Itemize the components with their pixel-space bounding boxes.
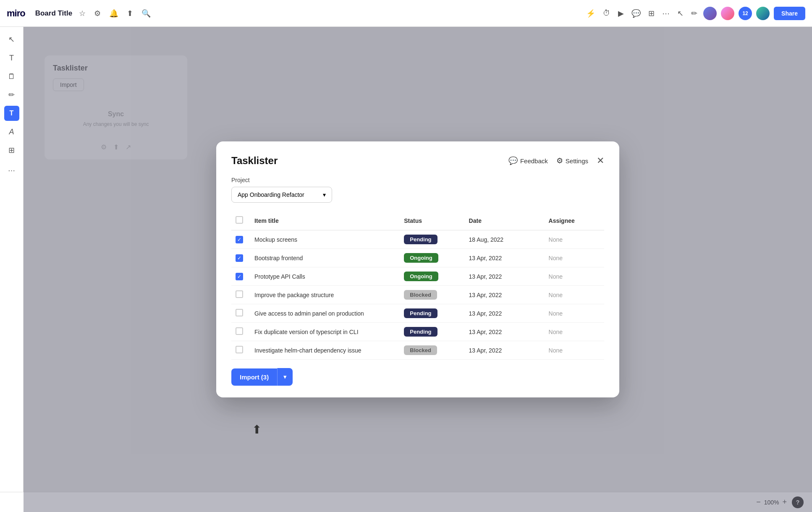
table-row: Prototype API Calls Ongoing 13 Apr, 2022… xyxy=(231,267,604,286)
sidebar-sticky-icon[interactable]: 🗒 xyxy=(4,69,19,84)
task-title-4: Give access to admin panel on production xyxy=(250,304,400,323)
dropdown-chevron-icon: ▾ xyxy=(323,191,326,198)
avatar-1 xyxy=(703,7,717,20)
project-section-label: Project xyxy=(231,177,604,183)
upload-icon[interactable]: ⬆ xyxy=(125,7,135,20)
task-table-container[interactable]: Item title Status Date Assignee Mockup s… xyxy=(231,213,604,360)
table-row: Bootstrap frontend Ongoing 13 Apr, 2022 … xyxy=(231,249,604,267)
cursor-tool-icon[interactable]: ↖ xyxy=(676,7,685,20)
share-button[interactable]: Share xyxy=(774,7,805,20)
sidebar-font-icon[interactable]: A xyxy=(4,124,19,139)
more-icon[interactable]: ⋯ xyxy=(660,7,671,20)
task-table: Item title Status Date Assignee Mockup s… xyxy=(231,213,604,360)
settings-icon[interactable]: ⚙ xyxy=(92,7,102,20)
task-date-1: 13 Apr, 2022 xyxy=(465,249,545,267)
task-title-6: Investigate helm-chart dependency issue xyxy=(250,341,400,360)
settings-icon: ⚙ xyxy=(556,156,563,165)
sidebar-cursor-icon[interactable]: ↖ xyxy=(4,32,19,47)
import-button-group: Import (3) ▾ xyxy=(231,368,604,386)
task-status-0: Pending xyxy=(400,230,464,249)
close-button[interactable]: ✕ xyxy=(597,156,604,165)
pen-tool-icon[interactable]: ✏ xyxy=(689,7,699,20)
project-selected-value: App Onboarding Refactor xyxy=(238,191,304,198)
task-date-4: 13 Apr, 2022 xyxy=(465,304,545,323)
lightning-icon[interactable]: ⚡ xyxy=(584,7,597,20)
comment-icon[interactable]: 💬 xyxy=(630,7,642,20)
task-date-6: 13 Apr, 2022 xyxy=(465,341,545,360)
task-status-5: Pending xyxy=(400,323,464,341)
status-badge-4: Pending xyxy=(404,308,437,318)
import-main-button[interactable]: Import (3) xyxy=(231,368,277,386)
task-date-2: 13 Apr, 2022 xyxy=(465,267,545,286)
search-icon[interactable]: 🔍 xyxy=(140,7,152,20)
status-badge-6: Blocked xyxy=(404,345,437,355)
sidebar: ↖ T 🗒 ✏ T A ⊞ … ↩ xyxy=(0,27,24,512)
table-header: Item title Status Date Assignee xyxy=(231,213,604,230)
task-assignee-6: None xyxy=(545,341,604,360)
timer-icon[interactable]: ⏱ xyxy=(601,7,612,19)
header-check xyxy=(231,213,250,230)
bell-icon[interactable]: 🔔 xyxy=(107,7,120,20)
sidebar-pen-icon[interactable]: ✏ xyxy=(4,87,19,102)
task-checkbox-2[interactable] xyxy=(236,273,243,280)
task-status-6: Blocked xyxy=(400,341,464,360)
header-item-title: Item title xyxy=(250,213,400,230)
feedback-icon: 💬 xyxy=(508,156,518,165)
task-checkbox-1[interactable] xyxy=(236,254,243,262)
status-badge-5: Pending xyxy=(404,327,437,337)
status-badge-0: Pending xyxy=(404,235,437,244)
task-status-1: Ongoing xyxy=(400,249,464,267)
task-title-1: Bootstrap frontend xyxy=(250,249,400,267)
settings-button[interactable]: ⚙ Settings xyxy=(556,156,588,165)
task-assignee-3: None xyxy=(545,286,604,304)
task-title-3: Improve the package structure xyxy=(250,286,400,304)
task-checkbox-3[interactable] xyxy=(236,290,243,298)
task-checkbox-6[interactable] xyxy=(236,346,243,353)
task-date-5: 13 Apr, 2022 xyxy=(465,323,545,341)
app-logo[interactable]: miro xyxy=(7,8,25,19)
sidebar-more-icon[interactable]: … xyxy=(4,161,19,176)
star-icon[interactable]: ☆ xyxy=(77,7,87,20)
header-date: Date xyxy=(465,213,545,230)
feedback-label: Feedback xyxy=(520,157,548,165)
modal-title: Tasklister xyxy=(231,155,278,167)
import-dropdown-button[interactable]: ▾ xyxy=(277,368,293,386)
table-row: Fix duplicate version of typescript in C… xyxy=(231,323,604,341)
sidebar-text-icon[interactable]: T xyxy=(4,50,19,65)
task-checkbox-0[interactable] xyxy=(236,236,243,243)
task-checkbox-5[interactable] xyxy=(236,327,243,335)
presentation-icon[interactable]: ▶ xyxy=(616,7,626,20)
task-title-2: Prototype API Calls xyxy=(250,267,400,286)
sidebar-frame-icon[interactable]: ⊞ xyxy=(4,143,19,158)
feedback-button[interactable]: 💬 Feedback xyxy=(508,156,548,165)
settings-label: Settings xyxy=(566,157,588,165)
task-status-4: Pending xyxy=(400,304,464,323)
sidebar-plugin-icon[interactable]: T xyxy=(4,106,19,121)
task-assignee-0: None xyxy=(545,230,604,249)
header-status: Status xyxy=(400,213,464,230)
task-checkbox-4[interactable] xyxy=(236,309,243,316)
main-content: Tasklister Import Sync Any changes you w… xyxy=(24,27,812,512)
avatar-2 xyxy=(721,7,734,20)
select-all-checkbox[interactable] xyxy=(236,216,243,224)
task-assignee-4: None xyxy=(545,304,604,323)
board-title[interactable]: Board Title xyxy=(35,9,72,18)
table-row: Improve the package structure Blocked 13… xyxy=(231,286,604,304)
layout-icon[interactable]: ⊞ xyxy=(647,7,656,20)
task-status-3: Blocked xyxy=(400,286,464,304)
status-badge-1: Ongoing xyxy=(404,253,438,263)
topbar: miro Board Title ☆ ⚙ 🔔 ⬆ 🔍 ⚡ ⏱ ▶ 💬 ⊞ ⋯ ↖… xyxy=(0,0,812,27)
header-assignee: Assignee xyxy=(545,213,604,230)
cursor-indicator: ⬆ xyxy=(252,423,262,436)
modal-overlay[interactable]: Tasklister 💬 Feedback ⚙ Settings ✕ Proje… xyxy=(24,27,812,512)
avatar-count[interactable]: 12 xyxy=(739,7,752,20)
task-title-0: Mockup screens xyxy=(250,230,400,249)
task-assignee-2: None xyxy=(545,267,604,286)
status-badge-3: Blocked xyxy=(404,290,437,300)
table-row: Mockup screens Pending 18 Aug, 2022 None xyxy=(231,230,604,249)
topbar-right: ⚡ ⏱ ▶ 💬 ⊞ ⋯ ↖ ✏ 12 Share xyxy=(584,7,805,20)
project-dropdown[interactable]: App Onboarding Refactor ▾ xyxy=(231,187,332,203)
task-assignee-1: None xyxy=(545,249,604,267)
task-date-3: 13 Apr, 2022 xyxy=(465,286,545,304)
table-row: Give access to admin panel on production… xyxy=(231,304,604,323)
